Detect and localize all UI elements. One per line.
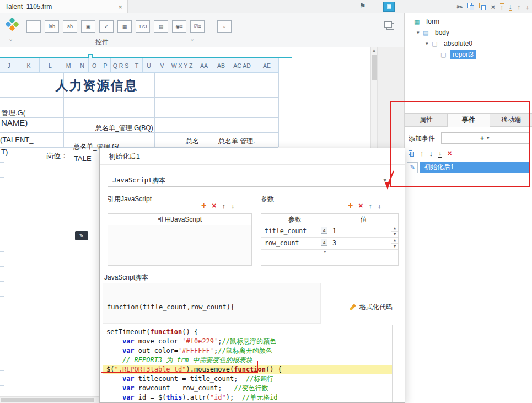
- column-header[interactable]: O: [89, 58, 100, 73]
- event-list-item[interactable]: ✎ 初始化后1: [407, 162, 530, 173]
- column-header[interactable]: J: [0, 58, 18, 73]
- dropdown-widget-icon[interactable]: ▤: [154, 20, 168, 33]
- code-line[interactable]: var out_color='#FFFFFF';//鼠标离开的颜色: [106, 346, 392, 356]
- reference-js-table[interactable]: 引用JavaScript: [108, 213, 252, 266]
- copy-event-icon[interactable]: [409, 150, 415, 157]
- checkbox-group-widget-icon[interactable]: ☑≡: [190, 20, 205, 33]
- column-header[interactable]: W X Y Z: [169, 58, 195, 73]
- column-header[interactable]: T: [131, 58, 143, 73]
- report-cell-text[interactable]: TALE: [74, 154, 92, 163]
- down-icon[interactable]: ↓: [231, 202, 235, 209]
- move-to-top-icon[interactable]: ↑: [500, 3, 504, 11]
- vertical-scroll-thumb[interactable]: [372, 55, 377, 80]
- column-header[interactable]: M: [61, 58, 76, 73]
- tree-collapse-caret-icon[interactable]: ▾: [417, 30, 423, 35]
- tab-属性[interactable]: 属性: [405, 113, 448, 127]
- up-icon[interactable]: ↑: [369, 202, 373, 209]
- tree-node-label[interactable]: form: [423, 17, 442, 26]
- cut-icon[interactable]: ✂: [457, 3, 463, 10]
- layout-mode-icon[interactable]: [384, 21, 392, 28]
- report-cell-text[interactable]: 总名单_管理.G(BQ): [95, 123, 153, 133]
- tree-node-label[interactable]: body: [432, 28, 452, 37]
- document-tab[interactable]: Talent_1105.frm ×: [0, 0, 128, 13]
- textfield-widget-icon[interactable]: ab: [63, 20, 77, 33]
- label-widget-icon[interactable]: lab: [45, 20, 59, 33]
- mobile-preview-icon[interactable]: [383, 2, 395, 12]
- column-header[interactable]: AA: [195, 58, 213, 73]
- code-line[interactable]: var rowcount = row_count; //变色行数: [106, 384, 392, 393]
- param-type-badge[interactable]: 4: [321, 239, 327, 246]
- tab-事件[interactable]: 事件: [448, 113, 490, 127]
- group-expand-chevron-icon[interactable]: ⌄: [190, 35, 195, 42]
- column-header[interactable]: N: [76, 58, 89, 73]
- column-header[interactable]: AE: [255, 58, 279, 73]
- param-name-cell[interactable]: title_count4▼: [261, 225, 329, 237]
- radio-group-widget-icon[interactable]: ◉≡: [172, 20, 186, 33]
- edit-event-pencil-icon[interactable]: ✎: [407, 162, 418, 173]
- report-cell-text[interactable]: 岗位：: [46, 151, 68, 161]
- tab-移动端[interactable]: 移动端: [490, 113, 532, 127]
- script-type-select[interactable]: JavaScript脚本 ▼: [108, 174, 391, 187]
- spinner-down-icon[interactable]: ▼: [391, 232, 398, 237]
- code-line-highlighted[interactable]: $(".REPORT3table td").mousemove(function…: [103, 365, 392, 374]
- copy-icon[interactable]: [467, 3, 474, 10]
- tree-node-report3[interactable]: ▢report3: [408, 49, 476, 60]
- number-widget-icon[interactable]: 123: [136, 20, 150, 33]
- tree-node-form[interactable]: ▦form: [408, 16, 476, 27]
- add-icon[interactable]: +: [201, 201, 206, 210]
- report-cell-text[interactable]: 总名单 管理.: [218, 137, 255, 146]
- scroll-up-icon[interactable]: ▲: [371, 47, 377, 54]
- code-line[interactable]: // REPORT3 为 frm 中需要变色的报表块: [106, 356, 392, 365]
- value-spinner[interactable]: ▲▼: [391, 238, 398, 249]
- params-table[interactable]: 参数 值 title_count4▼1▲▼row_count4▼3▲▼: [261, 213, 399, 266]
- group-expand-chevron-icon[interactable]: ⌄: [8, 35, 13, 42]
- tree-node-label[interactable]: absolute0: [441, 39, 475, 48]
- reorder-event-icon[interactable]: ↓: [438, 149, 442, 158]
- tab-close-icon[interactable]: ×: [118, 3, 122, 11]
- query-widget-icon[interactable]: ⌕: [217, 20, 232, 33]
- paste-icon[interactable]: [479, 3, 486, 10]
- report-title-cell[interactable]: 人力资源信息: [32, 77, 162, 94]
- move-event-down-icon[interactable]: ↓: [429, 150, 433, 157]
- up-icon[interactable]: ↑: [222, 202, 226, 209]
- report-cell-text[interactable]: T): [1, 148, 8, 156]
- code-editor[interactable]: setTimeout(function() { var move_color='…: [103, 325, 393, 403]
- spinner-down-icon[interactable]: ▼: [391, 244, 398, 249]
- column-header[interactable]: AB: [213, 58, 229, 73]
- column-header[interactable]: Q R S: [111, 58, 131, 73]
- tree-node-label[interactable]: report3: [450, 50, 476, 59]
- horizontal-scroll-thumb[interactable]: [1, 398, 94, 402]
- report-block-widget-icon[interactable]: [26, 20, 41, 33]
- column-header[interactable]: L: [40, 58, 61, 73]
- flag-icon[interactable]: ⚑: [359, 2, 366, 10]
- report-cell-text[interactable]: (TALENT_: [0, 136, 33, 144]
- move-to-bottom-icon[interactable]: ↓: [509, 3, 513, 11]
- add-icon[interactable]: +: [348, 201, 353, 210]
- code-line[interactable]: var move_color='#f0e229';//鼠标悬浮的颜色: [106, 337, 392, 346]
- param-type-badge[interactable]: 4: [321, 227, 327, 234]
- move-event-up-icon[interactable]: ↑: [420, 150, 424, 157]
- delete-event-icon[interactable]: ×: [448, 149, 452, 157]
- floating-edit-icon[interactable]: ✎: [75, 231, 88, 240]
- value-spinner[interactable]: ▲▼: [391, 225, 398, 237]
- code-line[interactable]: var titlecount = title_count; //标题行: [106, 374, 392, 384]
- spinner-up-icon[interactable]: ▲: [391, 238, 398, 244]
- param-value-cell[interactable]: 3▲▼: [329, 238, 398, 249]
- tree-node-body[interactable]: ▾▤body: [408, 27, 476, 38]
- column-header[interactable]: P: [100, 58, 111, 73]
- code-line[interactable]: var id = $(this).attr("id"); //单元格id: [106, 393, 392, 402]
- param-name-cell[interactable]: row_count4▼: [261, 238, 329, 249]
- checkbox-widget-icon[interactable]: ✓: [99, 20, 114, 33]
- remove-icon[interactable]: ×: [358, 202, 363, 209]
- column-header[interactable]: V: [155, 58, 169, 73]
- move-up-icon[interactable]: ↑: [517, 3, 521, 10]
- param-value-cell[interactable]: 1▲▼: [329, 225, 398, 237]
- spinner-up-icon[interactable]: ▲: [391, 225, 398, 232]
- move-down-icon[interactable]: ↓: [526, 3, 530, 10]
- grid-widget-icon[interactable]: ▦: [117, 20, 132, 33]
- down-icon[interactable]: ↓: [378, 202, 381, 209]
- delete-icon[interactable]: ×: [491, 3, 495, 10]
- code-line[interactable]: setTimeout(function() {: [106, 327, 392, 337]
- add-event-button[interactable]: + ▼: [441, 132, 529, 144]
- report-cell-text[interactable]: 总名: [186, 137, 199, 146]
